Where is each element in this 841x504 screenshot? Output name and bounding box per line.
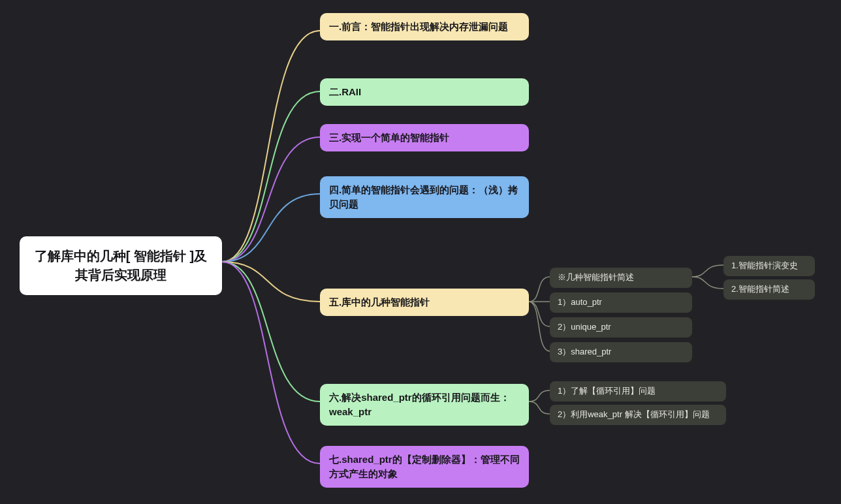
branch-7[interactable]: 七.shared_ptr的【定制删除器】：管理不同方式产生的对象 [320, 446, 529, 488]
branch-5-child-0[interactable]: ※几种智能指针简述 [550, 268, 692, 288]
root-title: 了解库中的几种[ 智能指针 ]及其背后实现原理 [35, 249, 207, 282]
branch-1[interactable]: 一.前言：智能指针出现解决内存泄漏问题 [320, 13, 529, 40]
branch-2[interactable]: 二.RAII [320, 78, 529, 106]
branch-5-grandchild-0[interactable]: 1.智能指针演变史 [723, 256, 815, 276]
branch-1-label: 一.前言：智能指针出现解决内存泄漏问题 [329, 21, 508, 32]
branch-4[interactable]: 四.简单的智能指针会遇到的问题：（浅）拷贝问题 [320, 176, 529, 218]
branch-6-label: 六.解决shared_ptr的循环引用问题而生：weak_ptr [329, 392, 510, 417]
branch-5-child-1[interactable]: 1）auto_ptr [550, 292, 692, 313]
branch-2-label: 二.RAII [329, 86, 361, 97]
branch-5-grandchild-1-label: 2.智能指针简述 [731, 284, 789, 294]
branch-5-label: 五.库中的几种智能指针 [329, 296, 430, 307]
branch-6-child-0[interactable]: 1）了解【循环引用】问题 [550, 381, 726, 402]
branch-7-label: 七.shared_ptr的【定制删除器】：管理不同方式产生的对象 [329, 454, 520, 479]
branch-5[interactable]: 五.库中的几种智能指针 [320, 289, 529, 316]
branch-5-grandchild-0-label: 1.智能指针演变史 [731, 260, 798, 270]
branch-6-child-1-label: 2）利用weak_ptr 解决【循环引用】问题 [558, 409, 710, 419]
branch-5-child-2-label: 2）unique_ptr [558, 322, 611, 332]
branch-6-child-1[interactable]: 2）利用weak_ptr 解决【循环引用】问题 [550, 405, 726, 425]
branch-6[interactable]: 六.解决shared_ptr的循环引用问题而生：weak_ptr [320, 384, 529, 426]
branch-5-grandchild-1[interactable]: 2.智能指针简述 [723, 279, 815, 300]
branch-5-child-0-label: ※几种智能指针简述 [558, 272, 634, 282]
branch-4-label: 四.简单的智能指针会遇到的问题：（浅）拷贝问题 [329, 184, 518, 210]
mindmap-canvas: 了解库中的几种[ 智能指针 ]及其背后实现原理 一.前言：智能指针出现解决内存泄… [0, 0, 841, 504]
root-node[interactable]: 了解库中的几种[ 智能指针 ]及其背后实现原理 [20, 236, 222, 295]
branch-3-label: 三.实现一个简单的智能指针 [329, 132, 449, 143]
branch-5-child-3[interactable]: 3）shared_ptr [550, 342, 692, 362]
branch-6-child-0-label: 1）了解【循环引用】问题 [558, 386, 656, 396]
branch-5-child-2[interactable]: 2）unique_ptr [550, 317, 692, 338]
branch-5-child-1-label: 1）auto_ptr [558, 297, 602, 307]
branch-5-child-3-label: 3）shared_ptr [558, 347, 611, 356]
branch-3[interactable]: 三.实现一个简单的智能指针 [320, 124, 529, 151]
